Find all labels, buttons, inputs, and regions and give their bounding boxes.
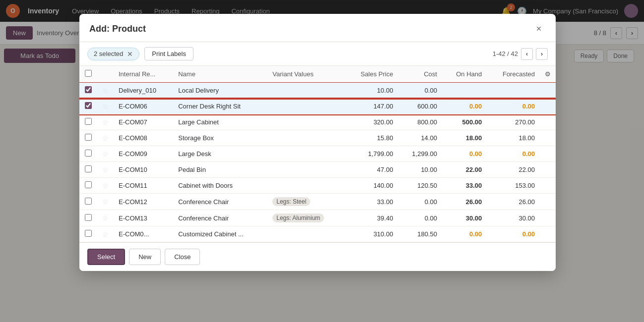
star-icon[interactable]: ☆	[102, 150, 109, 158]
modal-close-button[interactable]: ×	[532, 22, 546, 36]
row-cost: 0.00	[398, 210, 442, 226]
table-row: ☆E-COM0...Customized Cabinet ...310.0018…	[79, 226, 556, 242]
row-checkbox[interactable]	[85, 165, 92, 172]
clear-selection-button[interactable]: ✕	[127, 50, 133, 58]
product-table-wrap: Internal Re... Name Variant Values Sales…	[79, 66, 556, 242]
row-internal-ref: Delivery_010	[114, 83, 173, 99]
row-variant: Legs: Aluminium	[267, 210, 345, 226]
row-name: Pedal Bin	[173, 162, 267, 178]
select-all-checkbox[interactable]	[85, 70, 92, 77]
modal-prev-btn[interactable]: ‹	[521, 48, 533, 60]
row-extra	[540, 178, 556, 194]
row-cost: 800.00	[398, 114, 442, 130]
row-forecasted: 26.00	[487, 194, 540, 210]
row-on-hand: 0.00	[442, 226, 487, 242]
row-checkbox-cell	[79, 178, 97, 194]
row-star-cell: ☆	[97, 114, 114, 130]
row-cost: 0.00	[398, 83, 442, 99]
modal-next-btn[interactable]: ›	[536, 48, 548, 60]
row-checkbox[interactable]	[85, 230, 92, 237]
table-row: ☆E-COM07Large Cabinet320.00800.00500.002…	[79, 114, 556, 130]
row-extra	[540, 130, 556, 146]
col-internal-ref: Internal Re...	[114, 66, 173, 83]
row-internal-ref: E-COM10	[114, 162, 173, 178]
row-on-hand: 0.00	[442, 99, 487, 114]
row-sales-price: 39.40	[345, 210, 398, 226]
row-cost: 10.00	[398, 162, 442, 178]
close-footer-button[interactable]: Close	[165, 249, 200, 265]
row-extra	[540, 114, 556, 130]
row-cost: 180.50	[398, 226, 442, 242]
star-icon[interactable]: ☆	[102, 166, 109, 174]
row-variant	[267, 83, 345, 99]
row-forecasted: 270.00	[487, 114, 540, 130]
col-sales-price: Sales Price	[345, 66, 398, 83]
row-internal-ref: E-COM13	[114, 210, 173, 226]
selected-count-label: 2 selected	[94, 50, 123, 57]
row-checkbox[interactable]	[85, 214, 92, 221]
row-sales-price: 320.00	[345, 114, 398, 130]
row-on-hand: 33.00	[442, 178, 487, 194]
row-internal-ref: E-COM09	[114, 146, 173, 162]
row-checkbox[interactable]	[85, 150, 92, 157]
row-checkbox-cell	[79, 210, 97, 226]
row-checkbox-cell	[79, 146, 97, 162]
modal-footer: Select New Close	[79, 242, 556, 271]
select-button[interactable]: Select	[87, 249, 125, 265]
table-row: ☆Delivery_010Local Delivery10.000.00	[79, 83, 556, 99]
modal-title: Add: Product	[89, 24, 146, 34]
row-checkbox[interactable]	[85, 102, 92, 109]
star-icon[interactable]: ☆	[102, 182, 109, 190]
row-checkbox[interactable]	[85, 134, 92, 141]
row-variant	[267, 162, 345, 178]
row-extra	[540, 226, 556, 242]
row-cost: 600.00	[398, 99, 442, 114]
row-name: Large Cabinet	[173, 114, 267, 130]
modal-toolbar: 2 selected ✕ Print Labels 1-42 / 42 ‹ ›	[79, 42, 556, 66]
row-name: Corner Desk Right Sit	[173, 99, 267, 114]
row-forecasted: 22.00	[487, 162, 540, 178]
row-checkbox[interactable]	[85, 86, 92, 93]
row-sales-price: 47.00	[345, 162, 398, 178]
star-header	[97, 66, 114, 83]
row-checkbox-cell	[79, 226, 97, 242]
modal-header: Add: Product ×	[79, 14, 556, 42]
star-icon[interactable]: ☆	[102, 118, 109, 126]
select-all-header[interactable]	[79, 66, 97, 83]
col-name: Name	[173, 66, 267, 83]
row-checkbox[interactable]	[85, 118, 92, 125]
row-checkbox[interactable]	[85, 181, 92, 188]
row-on-hand: 18.00	[442, 130, 487, 146]
star-icon[interactable]: ☆	[102, 214, 109, 222]
row-cost: 120.50	[398, 178, 442, 194]
row-star-cell: ☆	[97, 130, 114, 146]
row-variant	[267, 130, 345, 146]
row-forecasted: 30.00	[487, 210, 540, 226]
row-extra	[540, 83, 556, 99]
col-on-hand: On Hand	[442, 66, 487, 83]
row-variant: Legs: Steel	[267, 194, 345, 210]
row-star-cell: ☆	[97, 210, 114, 226]
col-settings[interactable]: ⚙	[540, 66, 556, 83]
star-icon[interactable]: ☆	[102, 134, 109, 142]
star-icon[interactable]: ☆	[102, 87, 109, 95]
table-row: ☆E-COM08Storage Box15.8014.0018.0018.00	[79, 130, 556, 146]
row-on-hand: 22.00	[442, 162, 487, 178]
print-labels-button[interactable]: Print Labels	[144, 47, 193, 60]
star-icon[interactable]: ☆	[102, 230, 109, 238]
row-internal-ref: E-COM06	[114, 99, 173, 114]
new-footer-button[interactable]: New	[129, 249, 161, 265]
row-checkbox[interactable]	[85, 198, 92, 205]
row-sales-price: 10.00	[345, 83, 398, 99]
row-star-cell: ☆	[97, 99, 114, 114]
table-row: ☆E-COM11Cabinet with Doors140.00120.5033…	[79, 178, 556, 194]
row-name: Large Desk	[173, 146, 267, 162]
modal-pagination: 1-42 / 42 ‹ ›	[493, 48, 548, 60]
row-on-hand	[442, 83, 487, 99]
row-extra	[540, 99, 556, 114]
star-icon[interactable]: ☆	[102, 103, 109, 110]
row-cost: 14.00	[398, 130, 442, 146]
star-icon[interactable]: ☆	[102, 198, 109, 206]
row-forecasted: 18.00	[487, 130, 540, 146]
row-sales-price: 140.00	[345, 178, 398, 194]
